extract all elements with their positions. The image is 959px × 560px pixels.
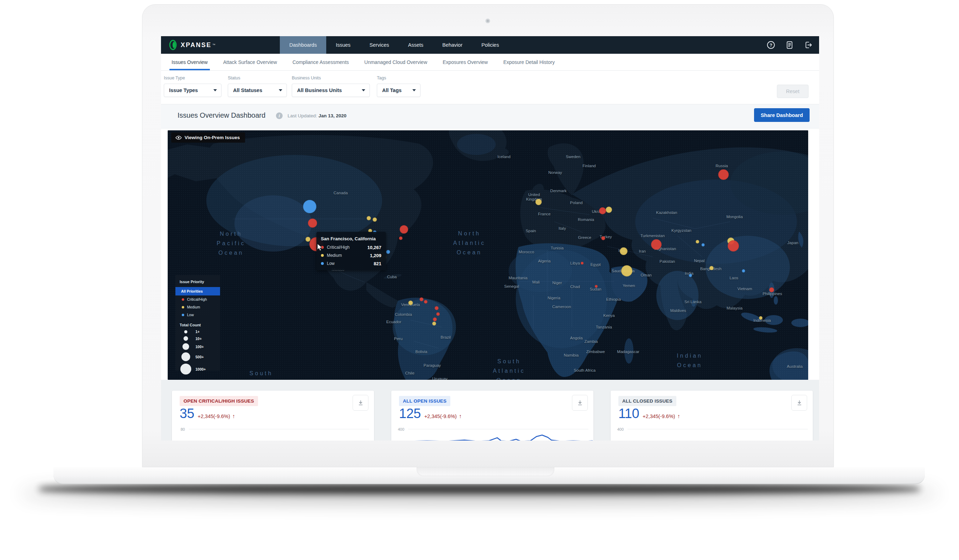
map-marker-yellow[interactable] [373, 218, 377, 222]
legend-option-low[interactable]: Low [175, 311, 220, 319]
map-marker-yellow[interactable] [408, 301, 413, 305]
eye-icon [175, 135, 182, 140]
filter-label-status: Status [228, 76, 287, 80]
country-label-france: France [538, 212, 551, 216]
country-label-denmark: Denmark [550, 189, 567, 193]
legend-all-priorities-option[interactable]: All Priorities [175, 287, 220, 296]
tooltip-rows: Critical/High10,267Medium1,209Low821 [321, 245, 381, 266]
laptop-screen: XPANSE™ DashboardsIssuesServicesAssetsBe… [161, 36, 819, 441]
stat-card-value-row: 35+2,345(-9.6%)↑ [180, 406, 235, 421]
nav-item-policies[interactable]: Policies [472, 36, 508, 54]
laptop-base [53, 467, 925, 484]
filter-dropdown-tags[interactable]: All Tags [377, 84, 421, 97]
filter-dropdown-business-units[interactable]: All Business Units [292, 84, 370, 97]
download-icon[interactable] [572, 395, 588, 411]
brand-logo[interactable]: XPANSE™ [161, 36, 280, 54]
map-marker-red[interactable] [599, 207, 606, 214]
map-marker-red[interactable] [581, 262, 583, 264]
tab-exposure-detail-history[interactable]: Exposure Detail History [503, 54, 555, 70]
world-map[interactable]: NorthPacificOceanNorthAtlanticOceanSouth… [168, 130, 808, 380]
map-marker-yellow[interactable] [759, 316, 763, 320]
dashboard-tab-bar: Issues OverviewAttack Surface OverviewCo… [161, 54, 819, 71]
tab-attack-surface-overview[interactable]: Attack Surface Overview [223, 54, 277, 70]
stat-card-value-row: 125+2,345(-9.6%)↑ [399, 406, 462, 421]
country-label-romania: Romania [578, 218, 594, 222]
laptop-shadow-soft [20, 486, 939, 501]
map-marker-red[interactable] [400, 225, 408, 234]
map-marker-red[interactable] [769, 287, 774, 292]
map-marker-yellow[interactable] [432, 321, 436, 325]
info-icon[interactable]: i [276, 113, 283, 119]
logo-trademark: ™ [212, 43, 215, 47]
country-label-norway: Norway [548, 170, 562, 175]
map-marker-blue[interactable] [386, 250, 390, 254]
map-marker-yellow[interactable] [709, 266, 714, 270]
filter-field-tags: TagsAll Tags [377, 76, 421, 97]
nav-item-issues[interactable]: Issues [326, 36, 360, 54]
size-circle [180, 364, 191, 374]
country-label-algeria: Algeria [538, 259, 551, 263]
download-icon[interactable] [791, 395, 807, 411]
legend-option-medium[interactable]: Medium [175, 303, 220, 311]
map-marker-blue[interactable] [303, 200, 316, 213]
map-marker-yellow[interactable] [696, 240, 699, 243]
country-label-united-kingdom: United Kingdom [523, 192, 545, 202]
map-marker-blue[interactable] [742, 269, 745, 273]
country-label-tunisia: Tunisia [551, 246, 564, 250]
filter-value-business-units: All Business Units [297, 88, 342, 93]
nav-item-behavior[interactable]: Behavior [433, 36, 472, 54]
map-marker-red[interactable] [601, 236, 605, 240]
country-label-laos: Laos [730, 276, 738, 280]
reset-button[interactable]: Reset [777, 85, 809, 98]
tab-exposures-overview[interactable]: Exposures Overview [443, 54, 487, 70]
map-marker-red[interactable] [595, 285, 597, 288]
filter-value-tags: All Tags [382, 88, 401, 93]
stat-card-title: ALL CLOSED ISSUES [618, 396, 676, 406]
map-marker-red[interactable] [436, 312, 440, 316]
filter-dropdown-issue-type[interactable]: Issue Types [164, 84, 221, 97]
legend-size-1: 1+ [175, 329, 220, 334]
nav-item-assets[interactable]: Assets [399, 36, 433, 54]
filter-field-status: StatusAll Statuses [228, 76, 287, 97]
size-label: 10+ [196, 337, 202, 341]
country-label-chad: Chad [570, 285, 580, 289]
map-marker-red[interactable] [419, 298, 423, 301]
help-icon[interactable]: ? [766, 40, 776, 49]
download-icon[interactable] [353, 395, 368, 411]
map-marker-red[interactable] [728, 240, 739, 251]
map-marker-red[interactable] [308, 218, 317, 228]
tab-issues-overview[interactable]: Issues Overview [172, 54, 208, 70]
nav-item-services[interactable]: Services [360, 36, 399, 54]
legend-option-label: Medium [187, 305, 200, 309]
filter-dropdown-status[interactable]: All Statuses [228, 84, 287, 97]
country-label-zambia: Zambia [584, 339, 597, 344]
map-marker-yellow[interactable] [621, 265, 632, 277]
map-marker-red[interactable] [424, 300, 427, 304]
logout-icon[interactable] [804, 40, 813, 49]
country-label-kazakhstan: Kazakhstan [656, 210, 677, 215]
report-icon[interactable] [785, 40, 794, 49]
map-marker-yellow[interactable] [620, 247, 628, 255]
legend-size-500: 500+ [175, 352, 220, 361]
map-marker-blue[interactable] [689, 274, 692, 277]
nav-item-dashboards[interactable]: Dashboards [280, 36, 326, 54]
country-label-canada: Canada [334, 191, 348, 195]
size-label: 100+ [196, 345, 204, 349]
tab-compliance-assessments[interactable]: Compliance Assessments [293, 54, 349, 70]
country-label-ecuador: Ecuador [386, 320, 401, 324]
map-marker-red[interactable] [433, 318, 436, 321]
map-marker-red[interactable] [651, 239, 662, 250]
map-marker-yellow[interactable] [535, 199, 542, 205]
map-marker-blue[interactable] [702, 243, 705, 246]
map-marker-yellow[interactable] [366, 216, 371, 220]
map-marker-yellow[interactable] [606, 207, 612, 213]
tab-unmanaged-cloud-overview[interactable]: Unmanaged Cloud Overview [364, 54, 427, 70]
map-marker-red[interactable] [399, 236, 403, 240]
country-label-yemen: Yemen [623, 283, 635, 288]
map-marker-red[interactable] [718, 169, 729, 180]
legend-option-critical-high[interactable]: Critical/High [175, 296, 220, 303]
map-marker-red[interactable] [435, 306, 439, 310]
share-dashboard-button[interactable]: Share Dashboard [754, 108, 809, 122]
country-label-iran: Iran [639, 249, 646, 253]
country-label-morocco: Morocco [519, 250, 534, 254]
